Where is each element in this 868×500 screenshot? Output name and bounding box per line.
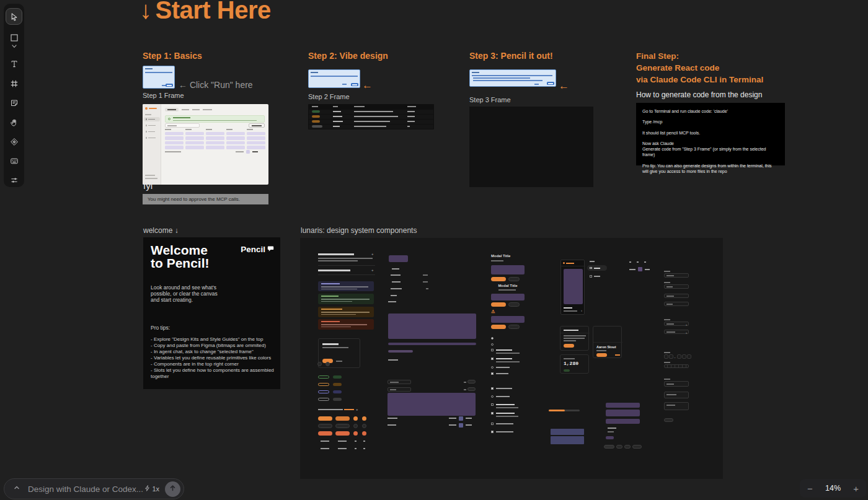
pencil-logo: Pencil <box>241 245 274 254</box>
left-arrow-icon: ← <box>559 80 569 92</box>
lunaris-frame[interactable]: + + <box>300 238 723 479</box>
instruction-line: Generate code from "Step 3 Frame" (or si… <box>642 146 779 158</box>
sliders-icon <box>10 176 19 185</box>
tip-item: - Slots let you define how to components… <box>151 367 280 380</box>
pro-tips-list: - Explore "Design Kits and Style Guides"… <box>151 336 280 380</box>
profile-card[interactable]: Aaron Stout <box>593 326 622 358</box>
agent-input[interactable]: Design with Claude or Codex... <box>28 485 144 494</box>
step3-frame-label[interactable]: Step 3 Frame <box>469 96 511 103</box>
final-subheading[interactable]: How to generate code from the design <box>636 90 762 99</box>
down-arrow-icon: ↓ <box>140 0 152 24</box>
run-button[interactable] <box>351 83 358 86</box>
frame-icon <box>10 79 19 88</box>
zoom-level[interactable]: 14% <box>825 484 841 493</box>
welcome-label[interactable]: welcome ↓ <box>143 226 179 235</box>
final-heading-3[interactable]: via Claude Code CLI in Terminal <box>636 75 763 84</box>
pro-tips-heading: Pro tips: <box>151 325 170 331</box>
step3-heading[interactable]: Step 3: Pencil it out! <box>469 51 553 61</box>
welcome-card[interactable]: Welcome to Pencil! Pencil Look around an… <box>143 237 280 389</box>
select-tool-button[interactable] <box>6 8 22 25</box>
pencil-logo-icon <box>267 245 274 254</box>
fyi-label[interactable]: fyi <box>143 180 153 191</box>
diamond-icon <box>10 138 19 146</box>
mcp-note[interactable]: You might need to approve the MCP calls. <box>143 194 268 204</box>
up-arrow-icon <box>169 483 177 494</box>
welcome-title: Welcome to Pencil! <box>151 243 210 270</box>
image-tool-button[interactable] <box>7 154 21 168</box>
start-here-title[interactable]: ↓Start Here <box>140 0 271 24</box>
warning-icon: ⚠ <box>491 310 495 314</box>
text-icon <box>10 59 19 68</box>
pencil-canvas[interactable]: ↓Start Here Step 1: Basics ← Click "Run"… <box>0 0 868 500</box>
instruction-line: It should list pencil MCP tools. <box>642 130 779 136</box>
frame-tool-button[interactable] <box>7 76 21 90</box>
step1-heading[interactable]: Step 1: Basics <box>143 51 202 61</box>
shape-picker-button[interactable] <box>7 42 21 51</box>
tip-item: - Variables let you define reusable prim… <box>151 355 280 361</box>
welcome-body: Look around and see what's possible, or … <box>151 284 218 303</box>
left-arrow-icon: ← <box>362 79 373 92</box>
chevron-up-icon[interactable] <box>12 483 21 494</box>
instruction-line: Go to Terminal and run claude code: 'cla… <box>642 108 779 114</box>
rectangle-icon <box>10 33 19 42</box>
final-heading-2[interactable]: Generate React code <box>636 63 719 72</box>
note-icon <box>10 99 19 107</box>
speed-selector[interactable]: 1x <box>144 485 159 493</box>
release-card[interactable] <box>560 326 589 351</box>
instructions-box[interactable]: Go to Terminal and run claude code: 'cla… <box>636 103 785 165</box>
step1-prompt-card[interactable] <box>143 66 175 89</box>
tip-item: - Copy and paste from Figma (bitmaps are… <box>151 343 280 349</box>
step2-frame-label[interactable]: Step 2 Frame <box>308 93 350 100</box>
run-button[interactable] <box>166 84 173 87</box>
step3-frame[interactable] <box>469 107 593 187</box>
lunaris-label[interactable]: lunaris: design system components <box>301 226 417 235</box>
instruction-line: Type /mcp <box>642 119 779 125</box>
profile-name: Aaron Stout <box>596 345 616 349</box>
step2-heading[interactable]: Step 2: Vibe design <box>308 51 388 61</box>
properties-tool-button[interactable] <box>7 173 21 187</box>
hand-icon <box>10 118 19 127</box>
instruction-line: Now ask Claude <box>642 141 779 146</box>
stat-card[interactable]: 1,280 <box>560 354 589 374</box>
step2-frame[interactable] <box>308 104 434 129</box>
modal-title-text: Modal Title <box>491 254 510 258</box>
stat-value: 1,280 <box>564 362 578 366</box>
tip-item: - Components are in the top right corner <box>151 361 280 367</box>
send-button[interactable] <box>165 481 180 497</box>
final-heading-1[interactable]: Final Step: <box>636 51 679 61</box>
chevron-down-icon <box>11 44 17 49</box>
click-run-hint[interactable]: ← Click "Run" here <box>179 80 253 90</box>
zoom-out-button[interactable]: − <box>807 484 813 493</box>
hand-tool-button[interactable] <box>7 115 21 129</box>
agent-chat-bar[interactable]: Design with Claude or Codex... 1x <box>4 478 184 499</box>
modal-title-text: Modal Title <box>491 284 525 287</box>
phone-mockup[interactable]: › <box>560 260 585 315</box>
bolt-icon <box>144 485 151 493</box>
tip-item: - Explore "Design Kits and Style Guides"… <box>151 336 280 343</box>
empty-state-card[interactable] <box>318 338 360 368</box>
zoom-controls: − 14% + <box>800 479 866 498</box>
tool-palette <box>4 4 24 187</box>
tip-item: - In agent chat, ask to change "selected… <box>151 349 280 355</box>
instruction-line: Pro tip: You can also generate designs f… <box>642 163 779 175</box>
note-tool-button[interactable] <box>7 95 21 110</box>
step1-frame-label[interactable]: Step 1 Frame <box>143 92 184 99</box>
image-icon <box>10 157 19 165</box>
step3-prompt-card[interactable] <box>469 69 556 87</box>
step2-prompt-card[interactable] <box>308 69 360 88</box>
cursor-icon <box>10 12 19 21</box>
components-tool-button[interactable] <box>7 134 21 149</box>
zoom-in-button[interactable]: + <box>853 484 859 493</box>
text-tool-button[interactable] <box>7 56 21 71</box>
run-button[interactable] <box>547 82 554 85</box>
step1-frame[interactable] <box>143 104 268 185</box>
